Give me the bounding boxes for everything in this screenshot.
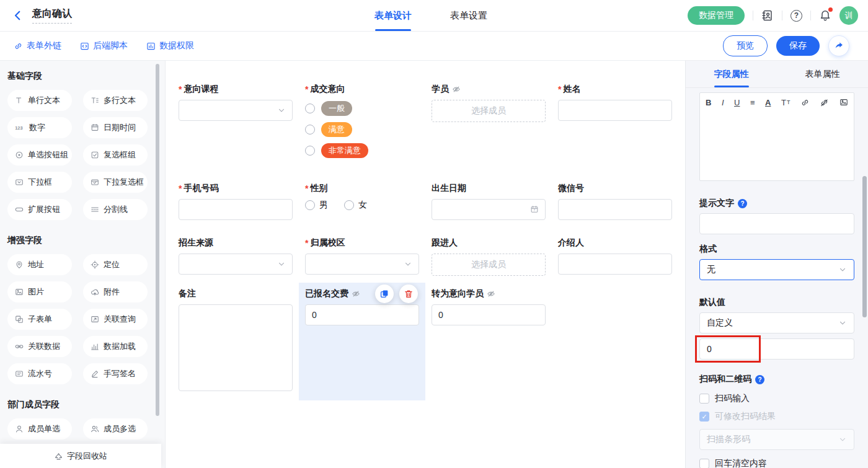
checkbox-clear-on-enter[interactable]: 回车清空内容 bbox=[699, 458, 854, 468]
notification-badge bbox=[828, 7, 833, 12]
checkbox-icon[interactable] bbox=[699, 394, 709, 404]
bold-icon[interactable]: B bbox=[706, 98, 711, 107]
underline-icon[interactable]: U bbox=[734, 98, 740, 107]
radio-option: 男 bbox=[305, 200, 328, 211]
share-button[interactable] bbox=[828, 35, 849, 56]
sidebar-item-image[interactable]: 图片 bbox=[7, 281, 72, 302]
field-label-row: *意向课程 bbox=[179, 83, 293, 95]
checkbox-checked-icon[interactable] bbox=[699, 412, 709, 422]
sidebar-item-member-multi[interactable]: 成员多选 bbox=[83, 418, 148, 439]
hint-text-input[interactable] bbox=[699, 213, 854, 234]
help-icon[interactable] bbox=[755, 375, 764, 384]
avatar[interactable]: 训 bbox=[839, 6, 858, 25]
address-book-icon[interactable] bbox=[761, 9, 774, 22]
field-textarea bbox=[179, 304, 293, 391]
sidebar-item-member-single[interactable]: 成员单选 bbox=[7, 418, 72, 439]
unlink-icon[interactable] bbox=[820, 98, 829, 107]
tab-form-design[interactable]: 表单设计 bbox=[374, 0, 412, 31]
form-title[interactable]: 意向确认 bbox=[32, 7, 72, 24]
format-select[interactable]: 无 bbox=[699, 259, 854, 280]
sidebar-item-datetime[interactable]: 日期时间 bbox=[83, 117, 148, 138]
canvas-field[interactable]: *归属校区 bbox=[299, 232, 425, 283]
canvas-field[interactable]: 招生来源 bbox=[172, 232, 299, 283]
sidebar-item-subform[interactable]: 子表单 bbox=[7, 309, 72, 330]
align-icon[interactable]: ≡ bbox=[750, 98, 755, 107]
canvas-field[interactable]: 备注 bbox=[172, 283, 299, 400]
sidebar-item-label: 地址 bbox=[28, 259, 44, 270]
sidebar-item-text-multi[interactable]: 多行文本 bbox=[83, 90, 148, 111]
checkbox-editable-scan-result[interactable]: 可修改扫码结果 bbox=[699, 411, 854, 422]
default-value-select[interactable]: 自定义 bbox=[699, 312, 854, 333]
checkbox-scan-input[interactable]: 扫码输入 bbox=[699, 393, 854, 404]
sidebar-item-serial[interactable]: 流水号 bbox=[7, 363, 72, 384]
field-label: 已报名交费 bbox=[305, 288, 348, 299]
sidebar-item-address[interactable]: 地址 bbox=[7, 254, 72, 275]
canvas-field[interactable]: 介绍人 bbox=[552, 232, 678, 283]
field-label-row: 备注 bbox=[179, 288, 293, 300]
sidebar-item-data-load[interactable]: 数据加载 bbox=[83, 336, 148, 357]
field-label: 性别 bbox=[310, 183, 327, 194]
delete-field-button[interactable] bbox=[399, 285, 418, 303]
default-value-input[interactable]: 0 bbox=[699, 338, 854, 360]
save-button[interactable]: 保存 bbox=[776, 36, 820, 56]
canvas-field[interactable]: 已报名交费0 bbox=[299, 283, 425, 400]
copy-field-button[interactable] bbox=[375, 285, 394, 303]
sidebar-item-lookup[interactable]: 关联查询 bbox=[83, 309, 148, 330]
tab-form-properties[interactable]: 表单属性 bbox=[777, 61, 868, 87]
canvas-field[interactable]: 跟进人选择成员 bbox=[425, 232, 552, 283]
canvas-field[interactable]: *意向课程 bbox=[172, 78, 299, 177]
scan-section-label: 扫码和二维码 bbox=[699, 373, 854, 386]
back-button[interactable] bbox=[12, 10, 24, 21]
tab-field-properties[interactable]: 字段属性 bbox=[686, 61, 777, 87]
required-star-icon: * bbox=[305, 183, 308, 193]
sidebar-item-locate[interactable]: 定位 bbox=[83, 254, 148, 275]
field-recycle-bin[interactable]: 字段回收站 bbox=[0, 444, 161, 468]
data-manage-button[interactable]: 数据管理 bbox=[688, 6, 745, 25]
canvas-field[interactable]: *手机号码 bbox=[172, 177, 299, 232]
canvas-field[interactable]: 出生日期7 bbox=[425, 177, 552, 232]
sidebar-item-radio-group[interactable]: 单选按钮组 bbox=[7, 144, 72, 166]
sidebar-item-attachment[interactable]: 附件 bbox=[83, 281, 148, 302]
font-color-icon[interactable]: A bbox=[765, 98, 771, 107]
eye-off-icon bbox=[452, 85, 461, 94]
panel-scrollbar[interactable] bbox=[862, 176, 867, 317]
canvas-field[interactable]: 微信号 bbox=[552, 177, 678, 232]
canvas-field[interactable]: *性别男女 bbox=[299, 177, 425, 232]
canvas-empty-cell bbox=[552, 283, 678, 400]
sidebar-item-link-data[interactable]: 关联数据 bbox=[7, 336, 72, 357]
font-size-icon[interactable]: TT bbox=[781, 98, 790, 107]
help-icon[interactable] bbox=[790, 10, 802, 22]
checkbox-icon[interactable] bbox=[699, 459, 709, 468]
help-icon[interactable] bbox=[738, 199, 747, 208]
canvas-field[interactable]: *姓名 bbox=[552, 78, 678, 177]
rich-text-area[interactable] bbox=[700, 110, 854, 180]
tab-form-settings[interactable]: 表单设置 bbox=[450, 0, 487, 31]
sidebar-item-checkbox-group[interactable]: 复选框组 bbox=[83, 144, 148, 166]
sidebar-item-extend-button[interactable]: 扩展按钮 bbox=[7, 199, 72, 220]
toolbar-link-permission[interactable]: 数据权限 bbox=[146, 40, 194, 51]
link-icon[interactable] bbox=[800, 98, 810, 107]
italic-icon[interactable]: I bbox=[722, 98, 724, 107]
bell-icon[interactable] bbox=[819, 9, 831, 22]
field-input: 0 bbox=[305, 304, 419, 325]
canvas-field[interactable]: *成交意向一般满意非常满意 bbox=[299, 78, 425, 177]
link-data-icon bbox=[15, 342, 24, 351]
image-icon[interactable] bbox=[839, 98, 848, 107]
canvas-grid: *意向课程*成交意向一般满意非常满意学员选择成员*姓名*手机号码*性别男女出生日… bbox=[166, 61, 685, 400]
sidebar-item-signature[interactable]: 手写签名 bbox=[83, 363, 148, 384]
header-actions: 数据管理 训 bbox=[688, 0, 858, 31]
toolbar-link-link[interactable]: 表单外链 bbox=[14, 40, 61, 51]
default-value-label: 默认值 bbox=[699, 296, 854, 309]
canvas-field[interactable]: 学员选择成员 bbox=[425, 78, 552, 177]
sidebar-item-select[interactable]: 下拉框 bbox=[7, 172, 72, 193]
toolbar-link-script[interactable]: 后端脚本 bbox=[80, 40, 128, 51]
scan-mode-select[interactable]: 扫描条形码 bbox=[699, 429, 854, 450]
sidebar-item-divider[interactable]: 分割线 bbox=[83, 199, 148, 220]
preview-button[interactable]: 预览 bbox=[723, 35, 768, 56]
sidebar-scrollbar[interactable] bbox=[156, 64, 159, 416]
chevron-down-icon bbox=[277, 260, 286, 268]
sidebar-item-number[interactable]: 123数字 bbox=[7, 117, 72, 138]
canvas-field[interactable]: 转为意向学员0 bbox=[425, 283, 552, 400]
sidebar-item-multi-select[interactable]: 下拉复选框 bbox=[83, 172, 148, 193]
sidebar-item-text-single[interactable]: 单行文本 bbox=[7, 90, 72, 111]
